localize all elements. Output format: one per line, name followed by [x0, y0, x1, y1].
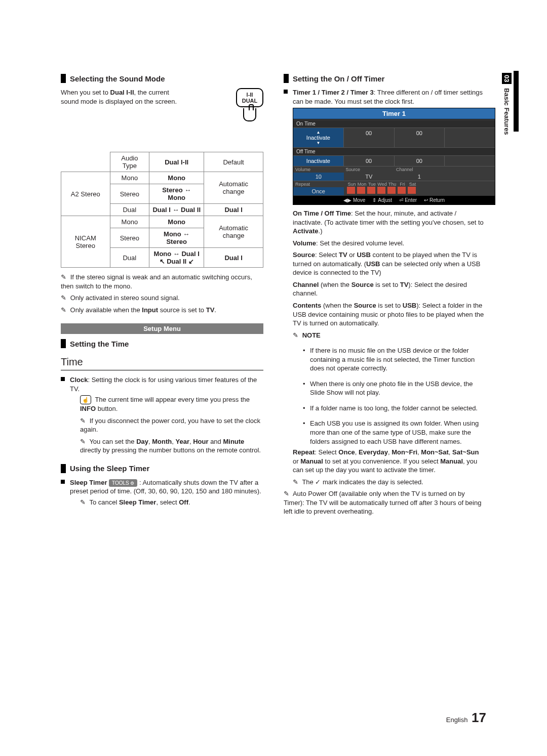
note-item: If a folder name is too long, the folder…: [303, 404, 486, 413]
sleep-timer-item: Sleep Timer TOOLS : Automatically shuts …: [61, 478, 263, 496]
pencil-icon: [61, 306, 66, 315]
selecting-sound-mode-heading: Selecting the Sound Mode: [61, 74, 263, 83]
on-time-min[interactable]: 00: [395, 128, 445, 147]
day-box[interactable]: [357, 187, 365, 194]
day-thu: Thu: [387, 182, 398, 187]
pencil-icon: [293, 478, 298, 487]
day-fri: Fri: [398, 182, 408, 187]
dual-btn-line2: DUAL: [242, 98, 258, 104]
clock-item: Clock: Setting the clock is for using va…: [61, 375, 263, 393]
day-sun: Sun: [347, 182, 357, 187]
heading-text: Setting the On / Off Timer: [293, 74, 384, 83]
col-audio-type: Audio Type: [110, 152, 149, 172]
volume-label: Volume: [293, 166, 344, 173]
timer-panel-title: Timer 1: [293, 108, 495, 119]
pencil-icon: [80, 437, 86, 446]
on-off-timer-heading: Setting the On / Off Timer: [284, 74, 486, 83]
day-mon: Mon: [357, 182, 367, 187]
return-hint: Return: [424, 197, 445, 203]
source-label: Source: [344, 166, 395, 173]
pencil-icon: [80, 498, 86, 507]
timer1-panel: Timer 1 On Time ▲ Inactivate ▼ 00 00 Off…: [293, 108, 495, 205]
sound-note-2: Only activated in stereo sound signal.: [61, 293, 263, 303]
sound-note-3: Only available when the Input source is …: [61, 306, 263, 315]
heading-text: Using the Sleep Timer: [70, 464, 149, 473]
side-progress-bar: [514, 71, 519, 132]
page-footer: English 17: [446, 710, 486, 726]
side-tab: 03 Basic Features: [501, 71, 513, 137]
source-value[interactable]: TV: [344, 173, 395, 181]
pencil-icon: [80, 416, 86, 426]
on-off-time-para: On Time / Off Time: Set the hour, minute…: [293, 209, 486, 236]
off-time-min[interactable]: 00: [395, 156, 445, 166]
row-group-nicam: NICAM Stereo: [61, 216, 110, 268]
note-heading: NOTE: [293, 331, 486, 340]
setting-time-heading: Setting the Time: [61, 339, 263, 348]
off-time-activate[interactable]: Inactivate: [293, 156, 344, 166]
day-wed: Wed: [377, 182, 387, 187]
source-para: Source: Select TV or USB content to be p…: [293, 250, 486, 277]
channel-para: Channel (when the Source is set to TV): …: [293, 280, 486, 298]
right-column: Setting the On / Off Timer Timer 1 / Tim…: [284, 71, 486, 519]
setup-menu-bar: Setup Menu: [61, 323, 263, 334]
footer-lang: English: [446, 716, 468, 724]
note-item: Each USB you use is assigned its own fol…: [303, 419, 486, 446]
repeat-value[interactable]: Once: [293, 187, 344, 195]
contents-para: Contents (when the Source is set to USB)…: [293, 301, 486, 328]
day-box[interactable]: [367, 187, 375, 194]
sound-mode-table: Audio Type Dual I-II Default A2 Stereo M…: [61, 152, 263, 268]
info-icon: [80, 395, 91, 404]
left-column: Selecting the Sound Mode I-II DUAL When …: [61, 71, 263, 519]
col-dual: Dual I-II: [165, 158, 188, 166]
clock-info: The current time will appear every time …: [80, 395, 263, 413]
volume-value[interactable]: 10: [293, 173, 344, 181]
day-box[interactable]: [377, 187, 385, 194]
adjust-hint: Adjust: [372, 197, 392, 203]
manual-page: 03 Basic Features Selecting the Sound Mo…: [0, 0, 547, 756]
repeat-label: Repeat: [293, 181, 344, 187]
pencil-icon: [61, 293, 66, 303]
off-time-label: Off Time: [296, 149, 316, 154]
sleep-timer-heading: Using the Sleep Timer: [61, 464, 263, 473]
day-tue: Tue: [367, 182, 377, 187]
day-box[interactable]: [387, 187, 396, 194]
timer-lead: Timer 1 / Timer 2 / Timer 3: Three diffe…: [284, 88, 486, 106]
sleep-note: To cancel Sleep Timer, select Off.: [80, 498, 263, 507]
heading-text: Selecting the Sound Mode: [70, 74, 165, 83]
pencil-icon: [284, 489, 289, 498]
enter-hint: Enter: [399, 197, 417, 203]
note-item: When there is only one photo file in the…: [303, 380, 486, 397]
hand-press-icon: [243, 108, 256, 121]
time-title: Time: [61, 356, 263, 370]
clock-note-1: If you disconnect the power cord, you ha…: [80, 416, 263, 434]
channel-label: Channel: [394, 166, 445, 173]
dual-button-icon: I-II DUAL: [236, 88, 263, 121]
clock-note-2: You can set the Day, Month, Year, Hour a…: [80, 437, 263, 455]
pencil-icon: [61, 273, 66, 282]
day-box[interactable]: [408, 187, 416, 194]
chapter-title: Basic Features: [503, 88, 511, 135]
note-item: If there is no music file on the USB dev…: [303, 346, 486, 373]
chapter-number: 03: [502, 73, 512, 84]
channel-value[interactable]: 1: [394, 173, 445, 181]
volume-para: Volume: Set the desired volume level.: [293, 239, 486, 248]
day-box[interactable]: [398, 187, 406, 194]
on-time-activate[interactable]: ▲ Inactivate ▼: [293, 128, 344, 147]
timer-panel-footer: Move Adjust Enter Return: [293, 196, 495, 204]
auto-power-off-note: Auto Power Off (available only when the …: [284, 489, 486, 516]
day-sat: Sat: [408, 182, 418, 187]
on-time-hour[interactable]: 00: [344, 128, 395, 147]
move-hint: Move: [343, 197, 365, 203]
check-note: The ✓ mark indicates the day is selected…: [293, 478, 486, 487]
off-time-hour[interactable]: 00: [344, 156, 395, 166]
dual-btn-line1: I-II: [247, 92, 253, 98]
day-box[interactable]: [347, 187, 355, 194]
sound-mode-paragraph: When you set to Dual I-II, the current s…: [61, 88, 187, 106]
heading-text: Setting the Time: [70, 340, 129, 348]
on-time-label: On Time: [296, 121, 316, 127]
tools-pill: TOOLS: [109, 479, 137, 487]
repeat-para: Repeat: Select Once, Everyday, Mon~Fri, …: [293, 448, 486, 475]
page-number: 17: [472, 710, 486, 725]
sound-note-1: If the stereo signal is weak and an auto…: [61, 273, 263, 290]
pencil-icon: [293, 331, 298, 340]
